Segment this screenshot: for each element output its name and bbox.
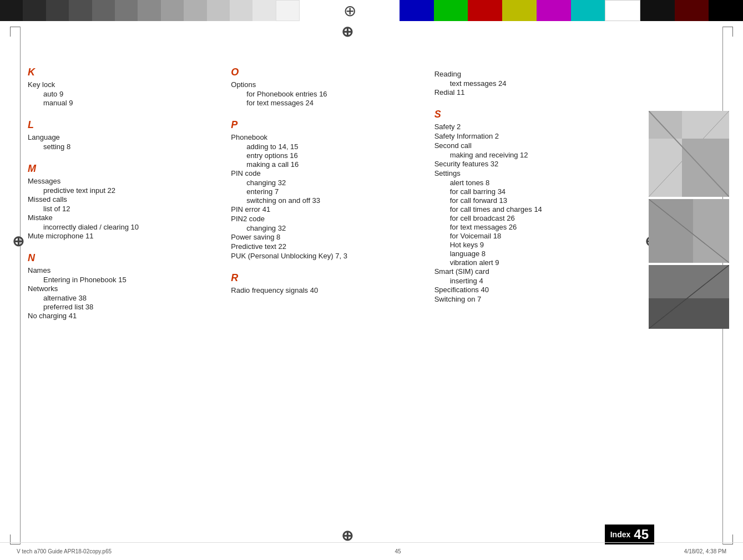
- entry-settings-hot-keys: Hot keys 9: [450, 241, 626, 249]
- image-placeholder-1: [649, 111, 729, 197]
- corner-mark-tl: [10, 27, 20, 37]
- entry-power-saving: Power saving 8: [231, 233, 423, 241]
- svg-rect-11: [649, 298, 729, 329]
- color-block-blue: [400, 0, 434, 21]
- entry-reading-text-messages: text messages 24: [450, 79, 626, 88]
- vline-left: [20, 27, 21, 544]
- entry-language: Language: [28, 133, 220, 141]
- entry-pin-entering: entering 7: [246, 187, 423, 196]
- section-k: K Key lock auto 9 manual 9: [28, 67, 220, 107]
- entry-puk: PUK (Personal Unblocking Key) 7, 3: [231, 252, 423, 260]
- bottom-right-text: 4/18/02, 4:38 PM: [684, 548, 726, 554]
- entry-pin-code: PIN code: [231, 169, 423, 177]
- entry-settings-vibration: vibration alert 9: [450, 258, 626, 267]
- section-letter-r: R: [231, 272, 423, 284]
- main-content: K Key lock auto 9 manual 9 L Language se…: [28, 67, 638, 527]
- entry-mute-microphone: Mute microphone 11: [28, 232, 220, 240]
- section-letter-m: M: [28, 163, 220, 175]
- entry-pin-error: PIN error 41: [231, 205, 423, 213]
- svg-rect-7: [649, 199, 693, 263]
- entry-settings-cell-broadcast: for cell broadcast 26: [450, 214, 626, 222]
- entry-options-text: for text messages 24: [246, 99, 423, 107]
- color-block-green: [434, 0, 468, 21]
- section-o: O Options for Phonebook entries 16 for t…: [231, 67, 423, 107]
- color-block-yellow: [502, 0, 537, 21]
- entry-phonebook-adding: adding to 14, 15: [246, 142, 423, 151]
- color-block-12: [252, 0, 275, 21]
- index-label: Index: [610, 530, 631, 539]
- entry-pin2-changing: changing 32: [246, 224, 423, 232]
- color-block-3: [46, 0, 69, 21]
- entry-key-lock-manual: manual 9: [43, 99, 220, 107]
- entry-second-call-making: making and receiving 12: [450, 151, 626, 159]
- entry-settings-call-times: for call times and charges 14: [450, 205, 626, 213]
- entry-predictive-text: Predictive text 22: [231, 242, 423, 251]
- column-1: K Key lock auto 9 manual 9 L Language se…: [28, 67, 231, 527]
- entry-settings-alert-tones: alert tones 8: [450, 179, 626, 187]
- bottom-center-text: 45: [395, 548, 401, 554]
- corner-mark-tr: [723, 27, 733, 37]
- entry-switching-on: Switching on 7: [434, 295, 626, 303]
- entry-missed-calls-list: list of 12: [43, 205, 220, 213]
- color-block-cyan: [571, 0, 605, 21]
- svg-rect-4: [682, 139, 729, 197]
- entry-radio-frequency: Radio frequency signals 40: [231, 286, 423, 294]
- entry-key-lock-auto: auto 9: [43, 90, 220, 98]
- crosshair-top: ⊕: [341, 23, 353, 40]
- color-block-magenta: [537, 0, 571, 21]
- entry-specifications: Specifications 40: [434, 286, 626, 294]
- index-number: 45: [634, 527, 649, 542]
- entry-mistake: Mistake: [28, 213, 220, 222]
- column-2: O Options for Phonebook entries 16 for t…: [231, 67, 434, 527]
- image-placeholder-2: [649, 199, 729, 263]
- section-letter-s: S: [434, 109, 626, 120]
- entry-pin-switching: switching on and off 33: [246, 196, 423, 205]
- entry-smart-sim-card: Smart (SIM) card: [434, 267, 626, 276]
- entry-safety-information: Safety Information 2: [434, 132, 626, 140]
- entry-missed-calls: Missed calls: [28, 195, 220, 203]
- entry-second-call: Second call: [434, 141, 626, 150]
- section-l: L Language setting 8: [28, 119, 220, 151]
- entry-networks-preferred: preferred list 38: [43, 303, 220, 311]
- color-block-13: [276, 0, 300, 21]
- color-block-6: [115, 0, 138, 21]
- entry-pin2-code: PIN2 code: [231, 215, 423, 223]
- section-r: R Radio frequency signals 40: [231, 272, 423, 294]
- top-bar-right: [400, 0, 743, 21]
- crosshair-left: ⊕: [12, 233, 24, 250]
- entry-networks: Networks: [28, 284, 220, 293]
- entry-settings: Settings: [434, 169, 626, 177]
- section-letter-n: N: [28, 252, 220, 264]
- entry-redial: Redial 11: [434, 88, 626, 96]
- entry-options-phonebook: for Phonebook entries 16: [246, 90, 423, 98]
- entry-phonebook: Phonebook: [231, 133, 423, 141]
- section-letter-k: K: [28, 67, 220, 78]
- section-letter-o: O: [231, 67, 423, 78]
- right-image-panel: [649, 111, 732, 329]
- section-reading: Reading text messages 24 Redial 11: [434, 70, 626, 96]
- entry-settings-language: language 8: [450, 250, 626, 258]
- entry-settings-text-messages: for text messages 26: [450, 223, 626, 231]
- section-p: P Phonebook adding to 14, 15 entry optio…: [231, 119, 423, 260]
- section-letter-p: P: [231, 119, 423, 131]
- entry-mistake-clearing: incorrectly dialed / clearing 10: [43, 223, 220, 231]
- entry-messages: Messages: [28, 177, 220, 185]
- entry-key-lock: Key lock: [28, 80, 220, 89]
- entry-pin-changing: changing 32: [246, 179, 423, 187]
- top-bar-left: [0, 0, 300, 21]
- color-block-black: [640, 0, 675, 21]
- column-3: Reading text messages 24 Redial 11 S Saf…: [434, 67, 638, 527]
- entry-phonebook-entry-options: entry options 16: [246, 151, 423, 160]
- color-block-4: [69, 0, 92, 21]
- color-block-10: [207, 0, 230, 21]
- color-block-red: [468, 0, 502, 21]
- entry-names: Names: [28, 266, 220, 274]
- entry-settings-call-forward: for call forward 13: [450, 196, 626, 205]
- bottom-bar: V tech a700 Guide APR18-02copy.p65 45 4/…: [0, 542, 743, 560]
- color-block-darkred: [675, 0, 709, 21]
- entry-networks-alternative: alternative 38: [43, 294, 220, 302]
- color-block-white: [605, 0, 640, 21]
- bottom-left-text: V tech a700 Guide APR18-02copy.p65: [17, 548, 112, 554]
- entry-options: Options: [231, 80, 423, 89]
- color-block-black2: [709, 0, 743, 21]
